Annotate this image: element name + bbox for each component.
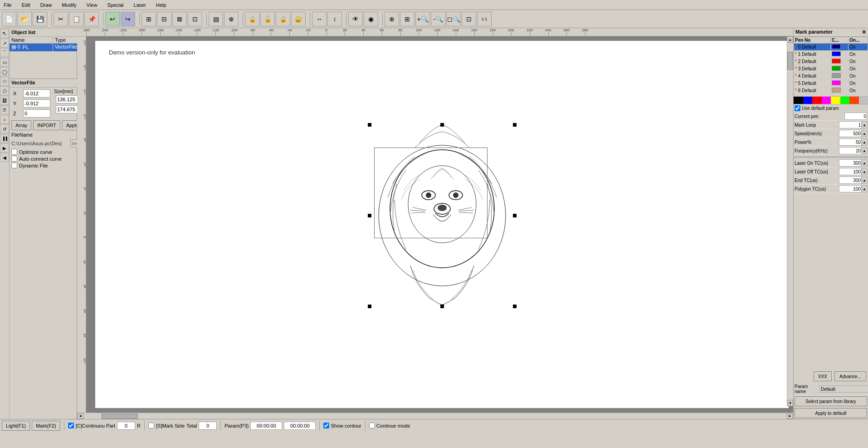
vertical-scrollbar[interactable]: ▲ ▼ (787, 36, 793, 406)
cut-button[interactable]: ✂ (54, 12, 68, 26)
transform-button[interactable]: ⊕ (224, 12, 239, 26)
end-tc-input[interactable] (839, 177, 862, 184)
power-spin-up[interactable]: ▲ (862, 138, 867, 146)
handle-bot-right[interactable] (513, 305, 517, 308)
dynamic-file-checkbox[interactable] (11, 162, 17, 168)
handle-top-left[interactable] (368, 123, 371, 127)
polygon-tc-spin[interactable]: ▲ (862, 185, 867, 192)
laser-on-tc-spin[interactable]: ▲ (862, 159, 867, 167)
select-param-button[interactable]: Select param from library (795, 396, 867, 406)
menu-help[interactable]: Help (154, 1, 168, 9)
color-swatch-4[interactable] (831, 97, 840, 104)
color-swatch-0[interactable] (794, 97, 803, 104)
pen-row-6[interactable]: * 6 Default On (794, 87, 868, 94)
handle-mid-right[interactable] (513, 214, 517, 217)
handle-bot-left[interactable] (368, 305, 371, 308)
ellipse-tool[interactable]: ⬭ (0, 77, 9, 86)
power-input[interactable] (839, 138, 862, 146)
flip-h-button[interactable]: ↔ (312, 12, 327, 26)
handle-bot-mid[interactable] (440, 305, 444, 308)
mark-parameter-close[interactable]: ✕ (862, 29, 866, 35)
lock1-button[interactable]: 🔒 (245, 12, 259, 26)
eye-button[interactable]: 👁 (348, 12, 363, 26)
advance-button[interactable]: Advance... (834, 371, 866, 381)
vscroll-thumb[interactable] (787, 52, 793, 70)
align-button[interactable]: ▤ (209, 12, 223, 26)
polygon-tc-input[interactable] (839, 185, 862, 192)
continuous-checkbox[interactable] (68, 423, 74, 428)
eye2-button[interactable]: ◉ (364, 12, 378, 26)
import-button[interactable]: INPORT (33, 120, 60, 130)
color-swatch-6[interactable] (849, 97, 859, 104)
light-button[interactable]: Light(F1) (2, 421, 30, 431)
z-input[interactable] (23, 109, 50, 118)
menu-file[interactable]: File (2, 1, 14, 9)
zoom-all-button[interactable]: ⊡ (462, 12, 476, 26)
param-name-input[interactable] (819, 385, 868, 393)
circle-tool[interactable]: ◯ (0, 67, 9, 76)
lock4-button[interactable]: 🔐 (291, 12, 306, 26)
frequency-spin-up[interactable]: ▲ (862, 147, 867, 154)
zoom-real-button[interactable]: 1:1 (477, 12, 492, 26)
open-button[interactable]: 📂 (17, 12, 32, 26)
color-swatch-3[interactable] (822, 97, 831, 104)
menu-modify[interactable]: Modify (60, 1, 78, 9)
zoom-in-button[interactable]: ⊕ (385, 12, 399, 26)
pen-row-1[interactable]: * 1 Default On (794, 51, 868, 58)
menu-special[interactable]: Special (105, 1, 125, 9)
redo-button[interactable]: ↪ (121, 12, 135, 26)
snap-grid-button[interactable]: ⊟ (157, 12, 171, 26)
frequency-input[interactable] (839, 147, 862, 154)
laser-off-tc-spin[interactable]: ▲ (862, 168, 867, 175)
curve-tool[interactable]: ⌒ (0, 48, 9, 57)
snap-all-button[interactable]: ⊡ (188, 12, 202, 26)
array-button[interactable]: Array (11, 120, 31, 130)
zoom-sel-button[interactable]: ◻🔍 (446, 12, 461, 26)
mark-loop-input[interactable] (839, 121, 862, 128)
pen-row-0[interactable]: * 0 Default On (794, 44, 868, 51)
show-contour-checkbox[interactable] (323, 423, 329, 428)
fill-tool[interactable]: ● (0, 115, 9, 124)
mark-button[interactable]: Mark(F2) (32, 421, 60, 431)
hscroll-left[interactable]: ◄ (77, 414, 83, 419)
hscroll-right[interactable]: ► (787, 414, 793, 419)
continuous-input[interactable] (117, 422, 135, 430)
copy-button[interactable]: 📋 (69, 12, 83, 26)
menu-edit[interactable]: Edit (20, 1, 32, 9)
current-pen-input[interactable] (844, 113, 867, 120)
pen-row-2[interactable]: * 2 Default On (794, 58, 868, 65)
xxx-button[interactable]: XXX (814, 371, 832, 381)
paste-button[interactable]: 📌 (84, 12, 99, 26)
image-tool[interactable]: 🖼 (0, 96, 9, 105)
laser-off-tc-input[interactable] (839, 168, 862, 175)
grid-button[interactable]: ⊞ (141, 12, 156, 26)
zoom-out-button[interactable]: -🔍 (431, 12, 445, 26)
speed-input[interactable] (839, 130, 862, 137)
handle-top-mid[interactable] (440, 123, 444, 127)
x-input[interactable] (23, 89, 50, 98)
color-swatch-5[interactable] (840, 97, 850, 104)
lock3-button[interactable]: 🔒 (276, 12, 290, 26)
stop-tool[interactable]: ◀ (0, 153, 9, 162)
poly-tool[interactable]: ⬠ (0, 86, 9, 95)
vscroll-down[interactable]: ▼ (788, 400, 793, 406)
arrow-tool[interactable]: ↗ (0, 39, 9, 48)
time1-input[interactable] (250, 422, 282, 430)
lion-container[interactable] (370, 125, 515, 306)
time2-input[interactable] (284, 422, 316, 430)
lock2-button[interactable]: 🔓 (260, 12, 275, 26)
smark-checkbox[interactable] (148, 423, 154, 428)
rect-tool[interactable]: ▭ (0, 58, 9, 67)
new-button[interactable]: 📄 (2, 12, 16, 26)
menu-draw[interactable]: Draw (39, 1, 54, 9)
canvas-content[interactable]: Demo version-only for evaluation (86, 36, 793, 413)
handle-mid-left[interactable] (368, 214, 371, 217)
rotate-tool[interactable]: ↺ (0, 124, 9, 133)
mark-loop-spin-up[interactable]: ▲ (862, 121, 867, 128)
end-tc-spin[interactable]: ▲ (862, 177, 867, 184)
flip-v-button[interactable]: ↕ (327, 12, 342, 26)
barcode-tool[interactable]: ▐▐ (0, 134, 9, 143)
zoom-in2-button[interactable]: +🔍 (415, 12, 430, 26)
pen-row-3[interactable]: * 3 Default On (794, 65, 868, 73)
speed-spin-up[interactable]: ▲ (862, 130, 867, 137)
